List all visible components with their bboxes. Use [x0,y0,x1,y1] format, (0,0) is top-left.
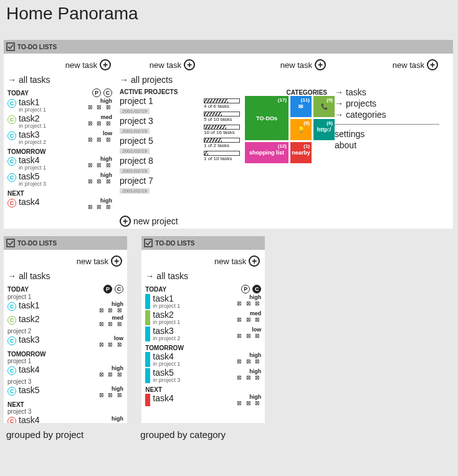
task-row[interactable]: task2in project 1 med⊠ ⊠ ⊠ [145,310,261,326]
section-label: TODAYPC [7,88,112,97]
task-row[interactable]: C task4 high⊠ ⊠ ⊠ [7,415,123,423]
task-row[interactable]: C task5 high⊠ ⊠ ⊠ [7,385,123,399]
task-row[interactable]: C task5in project 3 high⊠ ⊠ ⊠ [7,171,112,188]
new-task-button[interactable]: new task + [145,252,261,270]
all-tasks-link[interactable]: → all tasks [7,74,112,86]
section-label: TOMORROW [7,148,112,155]
tasks-column: new task + → all tasks TODAYPC C task1in… [4,54,116,228]
section-label: TODAYPC [7,285,123,293]
section-label: NEXT [7,190,112,197]
arrow-icon: → [120,75,128,85]
p-badge[interactable]: P [241,285,250,293]
category-stripe [145,294,150,309]
task-status-icon: C [7,157,16,166]
task-status-icon: C [7,366,16,375]
all-projects-link[interactable]: → all projects [120,74,196,86]
categories-label: CATEGORIES [287,89,327,96]
arrow-icon: → [145,271,154,281]
plus-icon: + [249,255,260,267]
group-label: project 2 [7,328,123,335]
task-status-icon: C [7,316,16,325]
checklist-icon [144,239,153,247]
section-label: TODAYPC [145,285,261,293]
new-task-button-3[interactable]: new task + [204,56,327,74]
new-task-button[interactable]: new task + [7,252,123,270]
task-row[interactable]: C task2in project 1 med⊠ ⊠ ⊠ [7,113,112,130]
p-badge[interactable]: P [103,285,112,293]
new-task-button[interactable]: new task + [7,56,112,74]
category-tile[interactable]: (1)nearby [290,142,312,163]
task-row[interactable]: task4in project 1 high⊠ ⊠ ⊠ [145,351,261,368]
all-tasks-link[interactable]: → all tasks [7,270,123,282]
task-row[interactable]: task4 high⊠ ⊠ ⊠ [145,393,261,407]
category-tile[interactable]: (11)✉ [290,96,312,117]
progress-bar: 5 of 10 tasks [204,112,240,122]
category-stripe [145,352,150,367]
plus-icon: + [100,59,111,70]
project-row[interactable]: project 82001/02/19 [120,155,196,175]
project-row[interactable]: project 72001/02/19 [120,175,196,195]
new-project-button[interactable]: + new project [120,214,196,228]
task-row[interactable]: task5in project 3 high⊠ ⊠ ⊠ [145,368,261,384]
group-label: project 3 [7,408,123,415]
nav-link-categories[interactable]: →categories [335,109,439,120]
group-label: project 1 [7,293,123,300]
panorama-panel: TO-DO LISTS new task + → all tasks TODAY… [4,40,453,229]
nav-link-tasks[interactable]: →tasks [335,87,439,98]
category-tile[interactable]: (17)TO-DOs [245,96,289,140]
task-status-icon: C [7,173,16,182]
project-row[interactable]: project 52001/02/19 [120,135,196,155]
c-badge[interactable]: C [115,285,123,293]
task-row[interactable]: task3in project 2 low⊠ ⊠ ⊠ [145,326,261,342]
arrow-icon: → [335,98,343,108]
projects-column: new task + → all projects ACTIVE PROJECT… [116,54,200,228]
section-label: TOMORROW [7,351,123,358]
category-stripe [145,394,150,406]
task-row[interactable]: C task4 high⊠ ⊠ ⊠ [7,364,123,378]
task-row[interactable]: C task4 high⊠ ⊠ ⊠ [7,197,112,211]
category-tile[interactable]: (6)http:/ [313,119,335,140]
categories-column: new task + CATEGORIES 4 of 6 tasks5 of 1… [200,54,331,228]
task-status-icon: C [7,115,16,124]
category-tile[interactable]: (9)📞 [313,96,335,117]
category-stripe [145,368,150,383]
task-row[interactable]: C task2 med⊠ ⊠ ⊠ [7,314,123,328]
checklist-icon [6,239,15,247]
task-status-icon: C [7,99,16,108]
task-row[interactable]: C task3 low⊠ ⊠ ⊠ [7,335,123,348]
arrow-icon: → [335,87,343,97]
task-row[interactable]: C task3in project 2 low⊠ ⊠ ⊠ [7,130,112,146]
separator [335,124,439,125]
nav-column: new task + →tasks→projects→categories se… [331,54,443,228]
category-tile[interactable]: (12)shopping list [245,142,289,163]
task-status-icon: C [7,199,16,207]
all-tasks-link[interactable]: → all tasks [145,270,261,282]
arrow-icon: → [7,271,16,281]
svg-rect-1 [7,239,14,247]
category-stripe [145,326,150,341]
category-tile[interactable]: (8)💡 [290,119,312,140]
nav-link-settings[interactable]: settings [335,128,439,140]
task-row[interactable]: C task4in project 1 high⊠ ⊠ ⊠ [7,155,112,171]
p-badge[interactable]: P [92,88,101,97]
project-row[interactable]: project 32001/02/19 [120,115,196,135]
grouped-by-project-panel: TO-DO LISTS new task + → all tasks TODAY… [4,236,127,423]
arrow-icon: → [335,110,343,120]
progress-bar: 10 of 16 tasks [204,125,240,135]
project-row[interactable]: project 12001/02/19 [120,95,196,115]
active-projects-label: ACTIVE PROJECTS [120,88,196,95]
nav-link-about[interactable]: about [335,140,439,151]
nav-link-projects[interactable]: →projects [335,98,439,109]
c-badge[interactable]: C [252,285,261,293]
task-row[interactable]: C task1in project 1 high⊠ ⊠ ⊠ [7,97,112,113]
caption-right: grouped by category [140,429,264,440]
group-label: project 1 [7,358,123,364]
section-label: TOMORROW [145,345,261,351]
task-row[interactable]: task1in project 1 high⊠ ⊠ ⊠ [145,293,261,310]
c-badge[interactable]: C [103,88,112,97]
new-task-button-2[interactable]: new task + [120,56,196,74]
section-label: NEXT [145,386,261,393]
progress-bar: 1 of 10 tasks [204,151,240,161]
new-task-button-4[interactable]: new task + [335,56,439,74]
task-row[interactable]: C task1 high⊠ ⊠ ⊠ [7,300,123,314]
